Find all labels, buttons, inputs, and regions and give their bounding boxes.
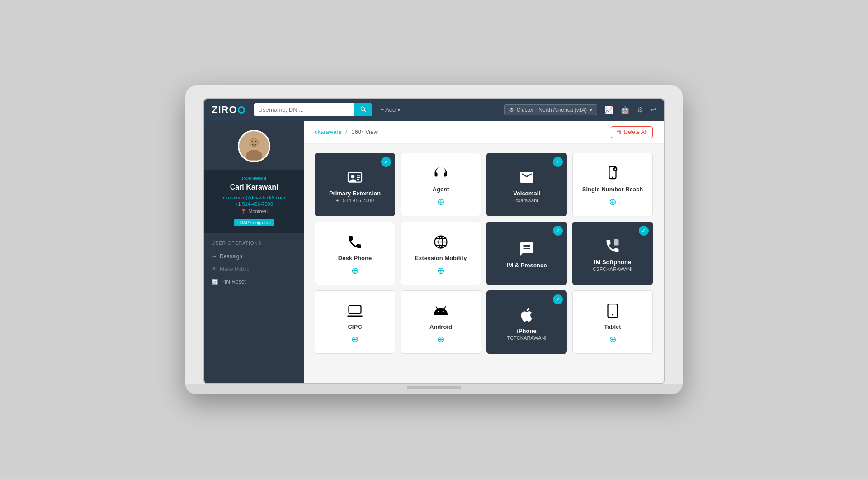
sidebar-fullname: Carl Karawani: [212, 183, 297, 191]
card-desk-phone[interactable]: Desk Phone⊕: [315, 222, 395, 285]
breadcrumb: ckarawani / 360° View: [315, 128, 378, 135]
cluster-icon: ⚙: [509, 107, 514, 113]
breadcrumb-current: 360° View: [351, 128, 377, 135]
card-extension-mobility[interactable]: Extension Mobility⊕: [401, 222, 481, 285]
sidebar-phone: +1 514-456-7000: [212, 201, 297, 207]
pin-reset-item[interactable]: 🔄 PIN Reset: [212, 275, 297, 288]
pin-icon: 🔄: [212, 279, 218, 285]
avatar-section: [204, 121, 304, 170]
bot-icon[interactable]: 🤖: [621, 105, 630, 114]
ldap-badge: LDAP Integrated: [234, 219, 274, 226]
user-info-panel: ckarawani Carl Karawani ckarawani@dev-st…: [204, 170, 304, 233]
card-label: IM Softphone: [594, 259, 631, 266]
check-badge: ✓: [553, 294, 563, 304]
avatar: [238, 130, 270, 162]
card-single-number-reach[interactable]: Single Number Reach⊕: [572, 153, 653, 216]
card-cipc[interactable]: CIPC⊕: [315, 290, 395, 354]
svg-point-25: [612, 314, 613, 316]
card-add-button[interactable]: ⊕: [437, 196, 445, 207]
svg-rect-22: [349, 305, 361, 313]
trash-icon: 🗑: [617, 129, 622, 135]
reassign-icon: ↔: [212, 253, 217, 260]
logo-circle: [238, 106, 245, 114]
card-add-button[interactable]: ⊕: [609, 196, 617, 207]
check-badge: ✓: [553, 157, 563, 167]
search-input[interactable]: [254, 104, 354, 116]
top-navigation: ZIRO + Add ▾ ⚙ Cluster - North America (…: [204, 99, 664, 121]
card-sub: TCTCKARAWANI: [507, 335, 546, 341]
chevron-down-icon: ▾: [397, 106, 401, 113]
card-add-button[interactable]: ⊕: [351, 265, 359, 276]
public-icon: 👁: [212, 266, 217, 272]
card-label: Android: [429, 323, 452, 330]
card-add-button[interactable]: ⊕: [351, 334, 359, 345]
svg-point-9: [351, 175, 355, 179]
main-layout: ckarawani Carl Karawani ckarawani@dev-st…: [204, 121, 664, 383]
card-sub: ckarawani: [515, 198, 538, 203]
card-sub: +1 514-456-7000: [336, 198, 374, 203]
card-label: iPhone: [517, 327, 536, 334]
logout-icon[interactable]: ↩: [651, 105, 656, 114]
sidebar-username[interactable]: ckarawani: [212, 175, 297, 181]
add-button[interactable]: + Add ▾: [381, 106, 401, 113]
laptop-base: [185, 384, 683, 394]
card-add-button[interactable]: ⊕: [437, 334, 445, 345]
card-label: Desk Phone: [338, 255, 372, 261]
card-primary-extension[interactable]: ✓Primary Extension+1 514-456-7000: [315, 153, 395, 216]
card-sub: CSFCKARAWANI: [593, 266, 632, 272]
svg-point-0: [361, 107, 364, 110]
card-agent[interactable]: Agent⊕: [401, 153, 481, 216]
svg-line-1: [364, 110, 365, 112]
breadcrumb-link[interactable]: ckarawani: [315, 128, 341, 135]
cluster-button[interactable]: ⚙ Cluster - North America (v14) ▾: [504, 104, 597, 115]
delete-all-button[interactable]: 🗑 Delete All: [611, 126, 653, 138]
chevron-down-icon: ▾: [590, 107, 592, 113]
check-badge: ✓: [639, 226, 649, 236]
card-im-presence[interactable]: ✓IM & Presence: [486, 222, 567, 285]
card-label: Voicemail: [513, 190, 540, 197]
search-button[interactable]: [354, 103, 372, 116]
user-operations-title: USER OPERATIONS: [212, 241, 297, 246]
location-pin-icon: 📍: [241, 209, 247, 214]
app-logo: ZIRO: [212, 104, 245, 116]
card-label: Tablet: [604, 323, 621, 330]
sidebar-location: 📍 Montreal: [212, 209, 297, 214]
card-im-softphone[interactable]: ✓IM SoftphoneCSFCKARAWANI: [572, 222, 653, 285]
settings-icon[interactable]: ⚙: [637, 105, 643, 114]
card-tablet[interactable]: Tablet⊕: [572, 290, 653, 354]
card-voicemail[interactable]: ✓Voicemailckarawani: [486, 153, 567, 216]
content-area: ckarawani / 360° View 🗑 Delete All ✓Prim…: [304, 121, 664, 383]
reassign-item[interactable]: ↔ Reassign: [212, 250, 297, 263]
card-label: Extension Mobility: [415, 255, 467, 261]
card-label: IM & Presence: [507, 262, 547, 269]
card-label: CIPC: [348, 323, 362, 330]
card-add-button[interactable]: ⊕: [609, 334, 617, 345]
breadcrumb-bar: ckarawani / 360° View 🗑 Delete All: [304, 121, 664, 144]
card-label: Primary Extension: [329, 190, 381, 197]
breadcrumb-separator: /: [345, 128, 347, 135]
make-public-item[interactable]: 👁 Make Public: [212, 263, 297, 275]
card-iphone[interactable]: ✓iPhoneTCTCKARAWANI: [486, 290, 567, 354]
user-operations-section: USER OPERATIONS ↔ Reassign 👁 Make Public…: [204, 233, 304, 288]
svg-point-15: [614, 168, 616, 170]
svg-rect-21: [614, 239, 619, 246]
chart-icon[interactable]: 📈: [604, 105, 613, 114]
svg-point-6: [252, 141, 253, 142]
check-badge: ✓: [553, 226, 563, 236]
check-badge: ✓: [381, 157, 391, 167]
sidebar-email: ckarawani@dev-stack8.com: [212, 195, 297, 200]
sidebar: ckarawani Carl Karawani ckarawani@dev-st…: [204, 121, 304, 383]
card-label: Agent: [433, 186, 449, 193]
card-add-button[interactable]: ⊕: [437, 265, 445, 276]
card-label: Single Number Reach: [582, 186, 643, 193]
search-box[interactable]: [254, 103, 372, 116]
card-android[interactable]: Android⊕: [401, 290, 481, 354]
cards-grid: ✓Primary Extension+1 514-456-7000Agent⊕✓…: [304, 144, 664, 363]
nav-right: ⚙ Cluster - North America (v14) ▾ 📈 🤖 ⚙ …: [504, 104, 656, 115]
svg-point-7: [255, 141, 257, 142]
